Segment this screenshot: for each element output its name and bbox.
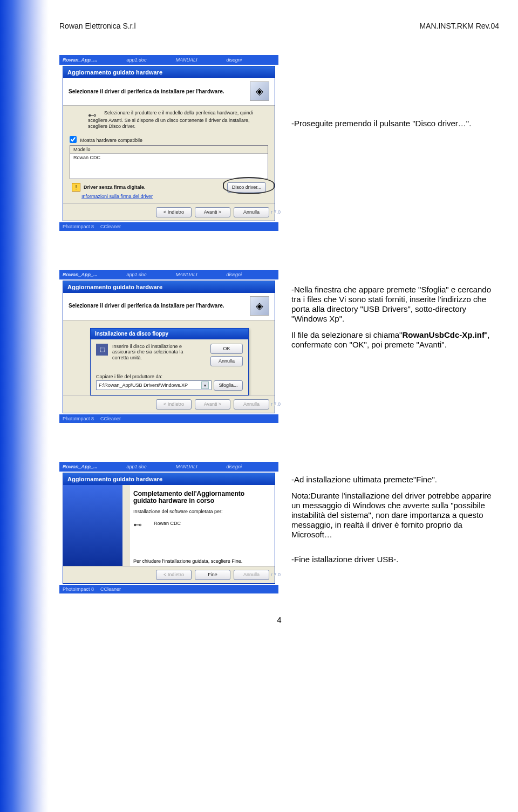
screenshot-2: Rowan_App_... app1.doc MANUALI disegni A… [59,270,278,423]
screenshot-3: Rowan_App_... app1.doc MANUALI disegni A… [59,462,278,593]
usb-icon [133,520,143,527]
path-value: F:\Rowan_App\USB Drivers\Windows.XP [99,383,188,388]
usb-icon [88,110,98,118]
wizard-side-graphic [63,485,122,566]
wizard-titlebar: Aggiornamento guidato hardware [63,281,275,293]
warn-text: Driver senza firma digitale. [84,185,146,190]
taskbar-item: MANUALI [176,464,197,469]
annulla-button[interactable]: Annulla [210,356,243,366]
annulla-button[interactable]: Annulla [234,207,269,217]
signature-link[interactable]: Informazioni sulla firma del driver [70,194,268,199]
version-tag: r 7.0 [271,209,281,215]
taskbar-item: Rowan_App_... [63,272,98,277]
list-header: Modello [70,146,268,154]
footstrip-item: PhotoImpact 8 [63,416,94,421]
header-doc-id: MAN.INST.RKM Rev.04 [419,22,499,30]
header-company: Rowan Elettronica S.r.l [59,22,136,30]
fine-button[interactable]: Fine [195,570,230,580]
side-note-3c: -Fine istallazione driver USB-. [291,555,499,564]
wizard-top-label: Selezionare il driver di periferica da i… [69,88,224,94]
footstrip-item: PhotoImpact 8 [63,586,94,592]
page-left-gradient [0,0,49,812]
side-note-2a: -Nella finestra che appare premete "Sfog… [291,285,499,324]
version-tag: r 7.0 [271,572,281,577]
ok-button[interactable]: OK [210,344,243,354]
taskbar-item: Rowan_App_... [63,57,98,63]
disco-driver-button[interactable]: Disco driver... [227,182,266,193]
copy-label: Copiare i file del produttore da: [96,374,243,379]
page-number: 4 [59,615,499,624]
wizard-titlebar: Aggiornamento guidato hardware [63,473,275,485]
annulla-button[interactable]: Annulla [234,399,269,410]
wizard-instruction: Selezionare il produttore e il modello d… [88,110,253,129]
checkbox-label: Mostra hardware compatibile [80,138,143,143]
hardware-icon: ◈ [250,81,269,101]
finish-close-text: Per chiudere l'installazione guidata, sc… [133,558,269,564]
taskbar-item: app1.doc [127,57,147,63]
indietro-button[interactable]: < Indietro [156,207,192,217]
footstrip-item: CCleaner [100,586,121,592]
side-note-1: -Proseguite premendo il pulsante "Disco … [291,119,499,128]
avanti-button[interactable]: Avanti > [195,399,230,410]
wizard-titlebar: Aggiornamento guidato hardware [63,66,275,78]
footstrip-item: CCleaner [100,224,121,229]
footstrip-item: PhotoImpact 8 [63,224,94,229]
taskbar-item: app1.doc [127,464,147,469]
wizard-top-label: Selezionare il driver di periferica da i… [69,303,224,309]
finish-title: Completamento dell'Aggiornamento guidato… [133,490,269,504]
taskbar-item: disegni [227,272,242,277]
footstrip-item: CCleaner [100,416,121,421]
annulla-button[interactable]: Annulla [234,570,269,580]
hardware-icon: ◈ [250,296,269,316]
taskbar-item: MANUALI [176,57,197,63]
device-name: Rowan CDC [154,521,181,526]
indietro-button[interactable]: < Indietro [156,399,192,410]
chevron-down-icon[interactable]: ▾ [201,381,209,389]
floppy-text: Inserire il disco di installazione e ass… [112,344,193,361]
path-combo[interactable]: F:\Rowan_App\USB Drivers\Windows.XP ▾ [96,380,212,390]
taskbar-item: Rowan_App_... [63,464,98,469]
floppy-title: Installazione da disco floppy [91,329,248,339]
version-tag: r 7.0 [271,401,281,407]
finish-subtitle: Installazione del software completata pe… [133,509,269,514]
avanti-button[interactable]: Avanti > [195,207,230,217]
side-note-3a: -Ad installazione ultimata premete"Fine"… [291,475,499,485]
checkbox-compatible[interactable] [70,136,77,143]
side-note-2b: Il file da selezionare si chiama"RowanUs… [291,330,499,350]
list-item[interactable]: Rowan CDC [70,154,268,179]
taskbar-item: disegni [227,464,242,469]
taskbar-item: app1.doc [127,272,147,277]
taskbar-item: MANUALI [176,272,197,277]
sfoglia-button[interactable]: Sfoglia... [214,380,243,391]
indietro-button[interactable]: < Indietro [156,570,192,580]
screenshot-1: Rowan_App_... app1.doc MANUALI disegni A… [59,55,278,231]
side-note-3b: Nota:Durante l'installazione del driver … [291,491,499,540]
taskbar-item: disegni [227,57,242,63]
disk-icon: ⬚ [96,344,108,356]
warning-icon: ! [72,183,80,192]
